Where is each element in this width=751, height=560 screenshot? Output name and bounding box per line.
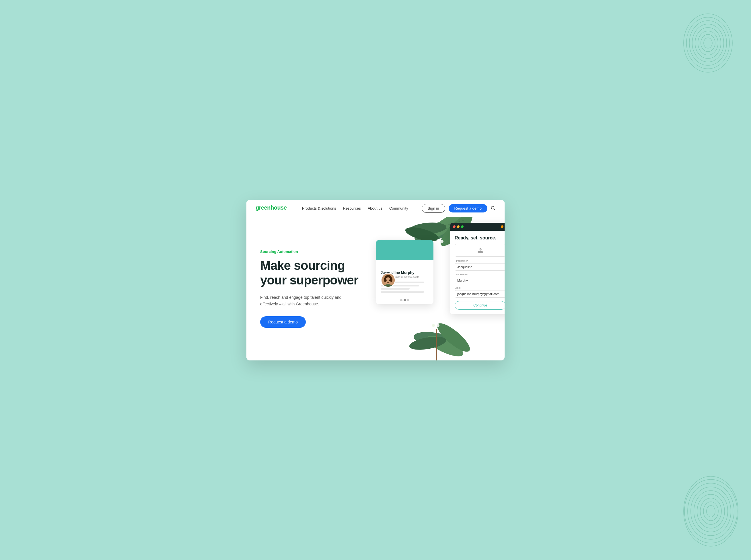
hero-section: Sourcing Automation Make sourcing your s… — [246, 217, 505, 360]
nav-links: Products & solutions Resources About us … — [302, 206, 413, 211]
form-upload-area[interactable] — [455, 244, 505, 257]
hero-description: Find, reach and engage top talent quickl… — [260, 294, 358, 307]
signin-button[interactable]: Sign in — [422, 204, 445, 213]
form-last-name-input[interactable]: Murphy — [455, 277, 505, 284]
search-button[interactable] — [491, 206, 495, 211]
svg-point-6 — [687, 17, 730, 69]
svg-point-12 — [694, 491, 728, 532]
svg-point-28 — [441, 240, 443, 243]
svg-point-7 — [684, 14, 732, 72]
avatar — [381, 273, 396, 287]
profile-header-bg — [376, 240, 433, 260]
upload-icon — [477, 247, 483, 254]
svg-point-5 — [689, 21, 727, 65]
svg-point-42 — [390, 277, 392, 282]
svg-point-3 — [695, 27, 721, 59]
hero-tag: Sourcing Automation — [260, 249, 359, 254]
svg-text:greenhouse: greenhouse — [256, 204, 287, 211]
request-demo-button-hero[interactable]: Request a demo — [260, 316, 306, 328]
profile-pagination — [376, 296, 433, 304]
titlebar-dot-orange — [501, 225, 503, 228]
svg-rect-46 — [478, 252, 482, 253]
form-titlebar-right — [501, 225, 505, 228]
search-icon — [491, 206, 495, 211]
svg-point-43 — [387, 279, 388, 280]
nav-link-products[interactable]: Products & solutions — [302, 206, 336, 211]
svg-point-36 — [436, 324, 439, 327]
hero-left: Sourcing Automation Make sourcing your s… — [246, 217, 370, 360]
form-body: Ready, set, source. First name* Jacqueli… — [450, 231, 505, 314]
nav-link-resources[interactable]: Resources — [343, 206, 361, 211]
svg-point-29 — [437, 239, 439, 242]
svg-point-14 — [688, 483, 734, 539]
titlebar-dot-green — [461, 225, 463, 228]
logo-text: greenhouse — [256, 203, 293, 213]
nav-actions: Sign in Request a demo — [422, 204, 495, 213]
request-demo-button-nav[interactable]: Request a demo — [449, 204, 487, 213]
pag-dot-1 — [400, 299, 402, 301]
plant-bottom-decoration — [388, 312, 485, 360]
svg-point-16 — [684, 476, 738, 546]
pag-dot-3 — [407, 299, 409, 301]
svg-point-37 — [432, 324, 435, 327]
titlebar-dot-red — [453, 225, 456, 228]
form-first-name-input[interactable]: Jacqueline — [455, 263, 505, 271]
svg-point-9 — [704, 502, 718, 521]
form-heading: Ready, set, source. — [455, 235, 505, 241]
profile-line-3 — [381, 288, 410, 289]
svg-point-1 — [701, 35, 715, 52]
svg-point-4 — [692, 24, 724, 62]
profile-card-mockup: Jacqueline Murphy Product Manager at Ome… — [376, 240, 433, 304]
svg-point-13 — [691, 487, 731, 536]
svg-point-0 — [704, 38, 712, 48]
form-last-name-label: Last name* — [455, 273, 505, 276]
form-titlebar — [450, 223, 505, 231]
svg-point-15 — [685, 479, 737, 543]
nav-link-community[interactable]: Community — [389, 206, 408, 211]
pag-dot-2 — [403, 299, 406, 301]
form-continue-button[interactable]: Continue — [455, 301, 505, 310]
svg-line-19 — [494, 209, 495, 210]
form-email-label: Email — [455, 286, 505, 289]
nav-link-about[interactable]: About us — [368, 206, 382, 211]
svg-point-41 — [384, 277, 387, 282]
form-mockup: Ready, set, source. First name* Jacqueli… — [450, 223, 505, 314]
svg-point-44 — [389, 279, 390, 280]
titlebar-dot-yellow — [457, 225, 459, 228]
svg-point-11 — [697, 494, 725, 528]
form-first-name-label: First name* — [455, 260, 505, 262]
navbar: greenhouse Products & solutions Resource… — [246, 200, 505, 217]
svg-point-10 — [700, 498, 722, 524]
hero-title: Make sourcing your superpower — [260, 258, 359, 287]
svg-point-8 — [707, 505, 715, 517]
form-email-input[interactable]: jacqueline.murphy@jmail.com — [455, 290, 505, 298]
hero-right: Jacqueline Murphy Product Manager at Ome… — [370, 217, 505, 360]
logo[interactable]: greenhouse — [256, 203, 293, 213]
profile-line-4 — [381, 291, 424, 293]
svg-point-2 — [698, 31, 718, 55]
browser-window: greenhouse Products & solutions Resource… — [246, 200, 505, 360]
